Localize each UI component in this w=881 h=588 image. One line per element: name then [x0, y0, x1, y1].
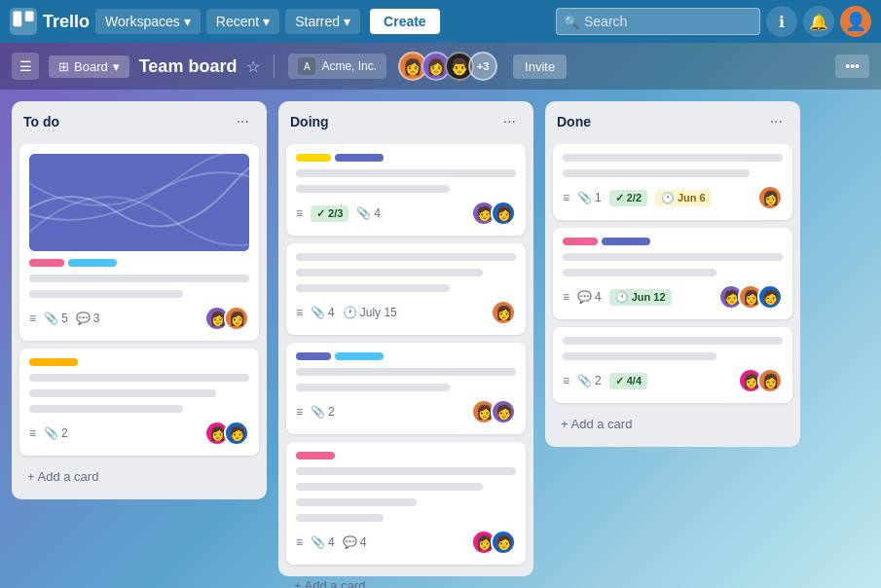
notifications-button[interactable]: 🔔: [803, 6, 834, 37]
card-title-line-2: [296, 384, 450, 391]
extra-members-count[interactable]: +3: [468, 52, 497, 81]
assignee-avatar-3[interactable]: 🧑: [757, 284, 783, 310]
card-todo-1[interactable]: ≡ 📎 5 💬 3 👩 👩: [19, 144, 259, 341]
board-content: To do ···: [0, 90, 881, 588]
description-icon: ≡: [29, 426, 36, 440]
column-todo-header: To do ···: [19, 111, 259, 136]
card-doing-4[interactable]: ≡ 📎 4 💬 4 👩 🧑: [286, 442, 526, 565]
add-card-button-done[interactable]: + Add a card: [553, 411, 792, 437]
workspaces-menu[interactable]: Workspaces ▾: [95, 9, 201, 34]
card-assignees: 👩 👩: [738, 368, 783, 393]
assignee-avatar-2[interactable]: 🧑: [224, 421, 249, 446]
card-title-line-3: [29, 405, 183, 413]
starred-menu[interactable]: Starred ▾: [285, 9, 360, 34]
card-assignees: 🧑 👩: [471, 201, 516, 226]
card-title-line-4: [296, 514, 384, 522]
card-meta: ≡ ✓ 2/3 📎 4: [296, 205, 381, 222]
create-button[interactable]: Create: [370, 9, 440, 34]
due-date: 🕐 July 15: [343, 306, 397, 319]
column-doing-header: Doing ···: [286, 111, 526, 136]
attachments-count: 📎 1: [577, 191, 602, 204]
card-footer: ≡ 💬 4 🕐 Jun 12 🧑 👩 🧑: [563, 284, 783, 310]
column-doing-menu[interactable]: ···: [497, 111, 522, 132]
card-title-line-1: [563, 253, 783, 261]
column-todo: To do ···: [12, 101, 267, 499]
card-labels: [29, 259, 249, 267]
trello-logo[interactable]: Trello: [10, 8, 90, 35]
search-input[interactable]: [556, 8, 760, 35]
card-title-line-2: [296, 483, 483, 491]
member-avatars: 👩 👩 👨 +3: [398, 52, 497, 81]
card-assignees: 👩 🧑: [204, 421, 249, 446]
card-footer: ≡ 📎 2 ✓ 4/4 👩 👩: [563, 368, 783, 393]
card-title-line-1: [29, 374, 249, 382]
card-footer: ≡ 📎 5 💬 3 👩 👩: [29, 306, 249, 331]
sidebar-toggle-button[interactable]: ☰: [12, 53, 39, 80]
column-done: Done ··· ≡ 📎 1 ✓ 2/2: [545, 101, 800, 447]
card-title-line-2: [29, 389, 216, 397]
invite-button[interactable]: Invite: [513, 55, 567, 79]
bell-icon: 🔔: [809, 13, 828, 31]
card-meta: ≡ 📎 4 🕐 July 15: [296, 306, 397, 319]
column-todo-menu[interactable]: ···: [231, 111, 255, 132]
search-bar[interactable]: 🔍: [556, 8, 760, 35]
label-pink: [29, 259, 64, 267]
card-title-line-1: [296, 169, 516, 177]
card-done-1[interactable]: ≡ 📎 1 ✓ 2/2 🕐 Jun 6 �: [553, 144, 792, 220]
card-doing-1[interactable]: ≡ ✓ 2/3 📎 4 🧑 👩: [286, 144, 526, 236]
comments-count: 💬 3: [76, 312, 100, 325]
label-yellow: [296, 154, 331, 162]
attachments-count: 📎 2: [311, 405, 335, 419]
assignee-avatar-2[interactable]: 👩: [491, 201, 516, 226]
due-date-badge: 🕐 Jun 12: [609, 289, 672, 306]
card-title-line-2: [563, 352, 716, 360]
card-meta: ≡ 📎 1 ✓ 2/2 🕐 Jun 6: [563, 190, 712, 206]
more-options-button[interactable]: •••: [835, 55, 869, 78]
assignee-avatar-2[interactable]: 👩: [224, 306, 249, 331]
top-navigation: Trello Workspaces ▾ Recent ▾ Starred ▾ C…: [0, 0, 881, 43]
info-icon: ℹ: [779, 13, 785, 31]
column-done-title: Done: [557, 114, 591, 129]
column-todo-title: To do: [23, 114, 59, 129]
attachments-count: 📎 2: [577, 374, 602, 387]
label-pink: [563, 238, 598, 245]
info-button[interactable]: ℹ: [766, 6, 797, 37]
card-footer: ≡ 📎 4 💬 4 👩 🧑: [296, 530, 516, 555]
card-footer: ≡ 📎 2 👩 🧑: [296, 399, 516, 424]
description-icon: ≡: [563, 374, 569, 387]
description-icon: ≡: [296, 405, 303, 419]
card-meta: ≡ 📎 5 💬 3: [29, 312, 99, 325]
column-doing: Doing ··· ≡ ✓ 2/3: [278, 101, 533, 576]
divider: [274, 55, 275, 78]
card-todo-2[interactable]: ≡ 📎 2 👩 🧑: [19, 349, 259, 456]
checklist-badge: ✓ 2/3: [311, 205, 349, 222]
star-board-button[interactable]: ☆: [246, 57, 260, 76]
assignee-avatar-2[interactable]: 🧑: [491, 399, 516, 424]
comments-count: 💬 4: [343, 535, 367, 549]
card-done-3[interactable]: ≡ 📎 2 ✓ 4/4 👩 👩: [553, 327, 792, 403]
add-card-button-doing[interactable]: + Add a card: [286, 572, 526, 588]
card-doing-2[interactable]: ≡ 📎 4 🕐 July 15 👩: [286, 243, 526, 335]
card-title-line-2: [296, 185, 450, 193]
board-view-switcher[interactable]: ⊞ Board ▾: [49, 55, 129, 78]
card-title-line-1: [563, 154, 783, 162]
recent-menu[interactable]: Recent ▾: [206, 9, 279, 34]
card-doing-3[interactable]: ≡ 📎 2 👩 🧑: [286, 343, 526, 434]
card-title-line-1: [296, 467, 516, 475]
column-done-menu[interactable]: ···: [764, 111, 789, 132]
assignee-avatar-2[interactable]: 👩: [757, 368, 783, 393]
card-title-line-2: [296, 269, 483, 276]
user-avatar[interactable]: 👤: [840, 6, 871, 37]
board-header: ☰ ⊞ Board ▾ Team board ☆ A Acme, Inc. 👩 …: [0, 43, 881, 90]
card-done-2[interactable]: ≡ 💬 4 🕐 Jun 12 🧑 👩 🧑: [553, 228, 792, 319]
assignee-avatar-1[interactable]: 👩: [491, 300, 516, 325]
assignee-avatar-2[interactable]: 🧑: [491, 530, 516, 555]
column-done-header: Done ···: [553, 111, 792, 136]
attachments-count: 📎 4: [356, 206, 381, 220]
card-title-line-2: [29, 290, 183, 298]
ellipsis-icon: •••: [845, 58, 860, 74]
card-title-line-1: [563, 337, 783, 345]
assignee-avatar-1[interactable]: 👩: [757, 185, 783, 210]
add-card-button-todo[interactable]: + Add a card: [19, 463, 259, 490]
card-labels: [296, 154, 516, 162]
